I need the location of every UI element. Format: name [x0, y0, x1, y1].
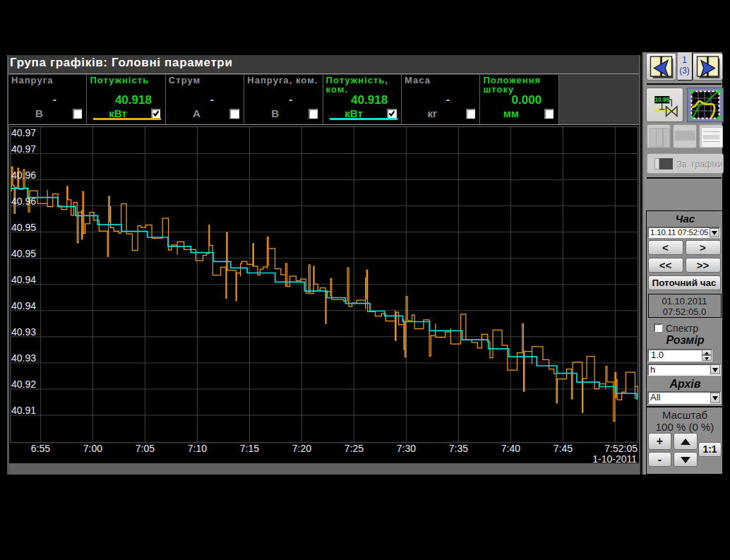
svg-text:7:20: 7:20	[292, 443, 311, 454]
svg-text:10.95: 10.95	[654, 96, 670, 103]
svg-text:40.92: 40.92	[11, 379, 36, 390]
svg-text:7:05: 7:05	[136, 443, 155, 454]
svg-text:7:10: 7:10	[188, 443, 207, 454]
svg-text:7:35: 7:35	[449, 443, 468, 454]
svg-text:7:15: 7:15	[240, 443, 259, 454]
svg-text:1-10-2011: 1-10-2011	[592, 453, 637, 464]
svg-text:40.94: 40.94	[11, 300, 36, 311]
svg-text:6:55: 6:55	[31, 443, 50, 454]
svg-text:40.93: 40.93	[11, 326, 36, 338]
svg-text:40.97: 40.97	[11, 143, 36, 155]
svg-text:40.97: 40.97	[11, 127, 36, 138]
svg-text:40.95: 40.95	[11, 222, 36, 233]
svg-text:7:45: 7:45	[554, 443, 573, 454]
svg-text:40.96: 40.96	[11, 196, 36, 207]
svg-text:7:40: 7:40	[501, 443, 520, 454]
svg-text:40.96: 40.96	[11, 169, 36, 181]
svg-text:40.93: 40.93	[11, 352, 36, 364]
svg-text:40.94: 40.94	[11, 274, 36, 285]
svg-text:7:00: 7:00	[83, 443, 102, 454]
svg-text:40.95: 40.95	[11, 248, 36, 259]
svg-text:40.91: 40.91	[11, 405, 36, 416]
svg-text:7:25: 7:25	[345, 443, 364, 454]
svg-text:7:30: 7:30	[397, 443, 416, 454]
